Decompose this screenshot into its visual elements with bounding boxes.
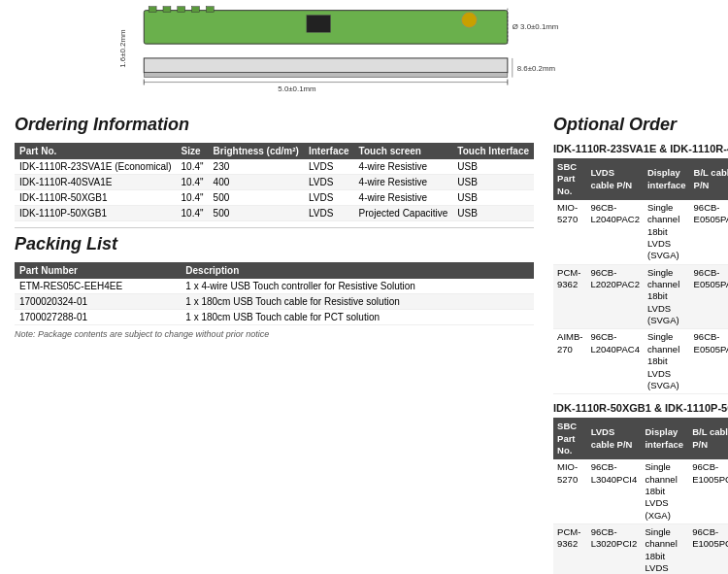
table-row: IDK-1110R-23SVA1E (Economical)10.4"230LV… — [15, 159, 534, 175]
table-cell: Projected Capacitive — [354, 206, 453, 221]
ordering-col-partno: Part No. — [15, 143, 177, 159]
table-cell: LVDS — [304, 159, 354, 175]
ordering-col-brightness: Brightness (cd/m²) — [209, 143, 304, 159]
table-cell: 1700027288-01 — [15, 310, 181, 325]
optional-section2-heading: IDK-1110R-50XGB1 & IDK-1110P-50XGB1 — [553, 402, 728, 414]
packing-title: Packing List — [15, 234, 534, 254]
packing-table: Part Number Description ETM-RES05C-EEH4E… — [15, 262, 534, 325]
table-cell: 96CB-E1005PCB3 — [688, 523, 728, 574]
table-cell: 96CB-E1005PCB3 — [688, 459, 728, 523]
table-row: PCM-936296CB-L2020PAC2Single channel 18b… — [553, 264, 728, 329]
opt2-col-display: Display interface — [641, 418, 688, 459]
table-cell: MIO-5270 — [553, 200, 586, 264]
svg-point-7 — [462, 13, 478, 28]
optional-section1-heading: IDK-1110R-23SVA1E & IDK-1110R-40SVA1E — [553, 143, 728, 154]
svg-rect-10 — [144, 58, 508, 73]
table-cell: USB — [452, 206, 534, 221]
table-cell: 10.4" — [177, 159, 209, 175]
table-cell: 96CB-L3020PCI2 — [587, 523, 642, 574]
ordering-col-touchif: Touch Interface — [452, 143, 534, 159]
product-diagram: Ø 3.0±0.1mm 5.0±0.1mm 8.6±0.2mm 1.6±0.2m… — [29, 5, 699, 102]
table-cell: 4-wire Resistive — [354, 190, 453, 206]
table-cell: 400 — [209, 175, 304, 190]
table-cell: MIO-5270 — [553, 459, 587, 523]
table-cell: 230 — [209, 159, 304, 175]
svg-rect-11 — [144, 73, 508, 78]
opt1-col-display: Display interface — [644, 158, 690, 200]
packing-note: Note: Package contents are subject to ch… — [15, 329, 534, 339]
table-cell: 500 — [209, 190, 304, 206]
svg-rect-2 — [163, 7, 171, 13]
table-cell: 10.4" — [177, 206, 209, 221]
table-row: IDK-1110R-50XGB110.4"500LVDS4-wire Resis… — [15, 190, 534, 206]
table-cell: Single channel 18bit LVDS (XGA) — [641, 459, 688, 523]
table-cell: 96CB-E0505PAC3 — [690, 200, 728, 264]
ordering-col-touch: Touch screen — [354, 143, 453, 159]
ordering-col-interface: Interface — [304, 143, 354, 159]
table-cell: 96CB-E0505PAC3 — [690, 329, 728, 394]
table-cell: LVDS — [304, 190, 354, 206]
table-row: 1700020324-011 x 180cm USB Touch cable f… — [15, 294, 534, 310]
optional-table-1: SBC PartNo. LVDS cable P/N Display inter… — [553, 158, 728, 394]
table-cell: LVDS — [304, 206, 354, 221]
table-cell: 96CB-L2040PAC2 — [586, 200, 644, 264]
table-cell: 96CB-L3040PCI4 — [587, 459, 642, 523]
svg-text:1.6±0.2mm: 1.6±0.2mm — [118, 29, 127, 68]
packing-col-partnum: Part Number — [15, 262, 181, 279]
table-cell: Single channel 18bit LVDS (SVGA) — [644, 264, 690, 329]
table-cell: PCM-9362 — [553, 264, 586, 329]
optional-table-2: SBC PartNo. LVDS cable P/N Display inter… — [553, 418, 728, 574]
table-cell: 1700020324-01 — [15, 294, 181, 310]
ordering-col-size: Size — [177, 143, 209, 159]
svg-rect-1 — [149, 7, 156, 13]
table-row: AIMB-27096CB-L2040PAC4Single channel 18b… — [553, 329, 728, 394]
optional-title: Optional Order — [553, 115, 728, 135]
opt1-col-sbc: SBC PartNo. — [553, 158, 586, 200]
opt2-col-sbc: SBC PartNo. — [553, 418, 587, 459]
table-cell: 96CB-E0505PAC3 — [690, 264, 728, 329]
table-row: IDK-1110R-40SVA1E10.4"400LVDS4-wire Resi… — [15, 175, 534, 190]
table-cell: 96CB-L2040PAC4 — [586, 329, 644, 394]
table-cell: IDK-1110R-23SVA1E (Economical) — [15, 159, 177, 175]
table-cell: 4-wire Resistive — [354, 159, 453, 175]
svg-text:8.6±0.2mm: 8.6±0.2mm — [517, 64, 556, 73]
svg-rect-4 — [192, 7, 200, 13]
table-row: 1700027288-011 x 180cm USB Touch cable f… — [15, 310, 534, 325]
table-cell: Single channel 18bit LVDS (XGA) — [641, 523, 688, 574]
right-panel: Optional Order IDK-1110R-23SVA1E & IDK-1… — [553, 115, 728, 574]
table-cell: 1 x 4-wire USB Touch controller for Resi… — [181, 279, 534, 294]
table-row: IDK-1110P-50XGB110.4"500LVDSProjected Ca… — [15, 206, 534, 221]
table-row: PCM-936296CB-L3020PCI2Single channel 18b… — [553, 523, 728, 574]
svg-text:Ø 3.0±0.1mm: Ø 3.0±0.1mm — [513, 22, 559, 31]
opt2-col-lvds: LVDS cable P/N — [587, 418, 642, 459]
table-cell: 10.4" — [177, 190, 209, 206]
table-cell: USB — [452, 159, 534, 175]
ordering-table: Part No. Size Brightness (cd/m²) Interfa… — [15, 143, 534, 221]
table-cell: 1 x 180cm USB Touch cable for PCT soluti… — [181, 310, 534, 325]
svg-rect-3 — [178, 7, 185, 13]
table-cell: USB — [452, 175, 534, 190]
table-cell: PCM-9362 — [553, 523, 587, 574]
table-cell: IDK-1110P-50XGB1 — [15, 206, 177, 221]
svg-rect-6 — [307, 16, 331, 33]
table-cell: Single channel 18bit LVDS (SVGA) — [644, 200, 690, 264]
packing-col-desc: Description — [181, 262, 534, 279]
table-row: MIO-527096CB-L3040PCI4Single channel 18b… — [553, 459, 728, 523]
table-cell: Single channel 18bit LVDS (SVGA) — [644, 329, 690, 394]
opt1-col-lvds: LVDS cable P/N — [586, 158, 644, 200]
ordering-title: Ordering Information — [15, 115, 534, 135]
table-cell: 4-wire Resistive — [354, 175, 453, 190]
opt2-col-bl: B/L cable P/N — [688, 418, 728, 459]
table-cell: 1 x 180cm USB Touch cable for Resistive … — [181, 294, 534, 310]
table-row: ETM-RES05C-EEH4EE1 x 4-wire USB Touch co… — [15, 279, 534, 294]
opt1-col-bl: B/L cable P/N — [690, 158, 728, 200]
table-cell: AIMB-270 — [553, 329, 586, 394]
main-content: Ordering Information Part No. Size Brigh… — [0, 107, 728, 574]
table-cell: USB — [452, 190, 534, 206]
table-cell: 96CB-L2020PAC2 — [586, 264, 644, 329]
svg-text:5.0±0.1mm: 5.0±0.1mm — [278, 84, 316, 93]
table-cell: ETM-RES05C-EEH4EE — [15, 279, 181, 294]
section-divider — [15, 227, 534, 228]
table-cell: 10.4" — [177, 175, 209, 190]
svg-rect-5 — [206, 7, 214, 13]
